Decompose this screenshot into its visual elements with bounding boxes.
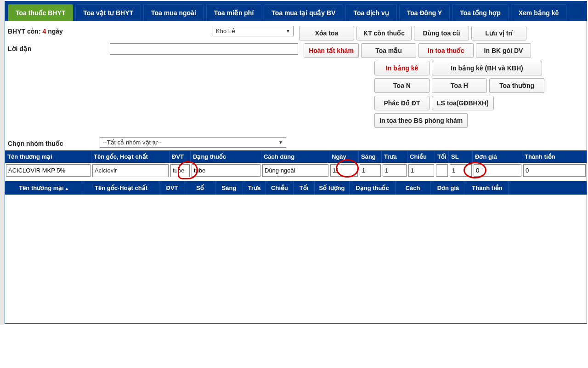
tab-7[interactable]: Toa tổng hợp <box>452 4 509 21</box>
grid-header-row: Tên thương mại▲ Tên gốc-Hoạt chất ĐVT Số… <box>5 181 587 195</box>
sort-asc-icon: ▲ <box>65 186 69 191</box>
tab-6[interactable]: Toa Đông Y <box>399 4 450 21</box>
gh-sl[interactable]: Số lượng <box>315 181 350 195</box>
input-sl[interactable] <box>450 164 472 177</box>
row4-btn-2[interactable]: Toa thường <box>489 78 544 93</box>
row2-btn-0[interactable]: Hoàn tất khám <box>304 43 359 58</box>
entry-header-row: Tên thương mại Tên gốc, Hoạt chất ĐVT Dạ… <box>5 150 587 163</box>
row1-btn-2[interactable]: Dùng toa cũ <box>414 26 469 40</box>
col-chieu: Chiều <box>407 150 435 163</box>
row1-btn-3[interactable]: Lưu vị trí <box>471 26 526 40</box>
gh-ten-tm[interactable]: Tên thương mại▲ <box>5 181 83 195</box>
row2-btn-2[interactable]: In toa thuốc <box>418 43 474 58</box>
col-ten-goc: Tên gốc, Hoạt chất <box>91 150 170 163</box>
gh-toi[interactable]: Tối <box>294 181 315 195</box>
input-toi[interactable] <box>436 164 448 177</box>
gh-cach[interactable]: Cách <box>396 181 430 195</box>
tab-0[interactable]: Toa thuốc BHYT <box>8 4 73 21</box>
chevron-down-icon: ▼ <box>278 140 283 145</box>
group-label: Chọn nhóm thuốc <box>8 138 90 147</box>
col-dongia: Đơn giá <box>473 150 522 163</box>
gh-chieu[interactable]: Chiều <box>266 181 294 195</box>
loi-dan-label: Lời dặn <box>8 43 58 52</box>
entry-row: Aciclovir tube <box>5 163 587 181</box>
gh-dongia[interactable]: Đơn giá <box>430 181 466 195</box>
input-dang[interactable] <box>192 164 260 177</box>
tab-5[interactable]: Toa dịch vụ <box>345 4 396 21</box>
row3-btn-1[interactable]: In bảng kê (BH và KBH) <box>432 61 542 75</box>
val-dvt: tube <box>170 164 190 177</box>
row5-btn-0[interactable]: Phác Đồ ĐT <box>374 96 430 110</box>
row2-btn-1[interactable]: Toa mẫu <box>361 43 416 58</box>
row1-btn-1[interactable]: KT còn thuốc <box>356 26 412 40</box>
col-dvt: ĐVT <box>170 150 191 163</box>
gh-dang[interactable]: Dạng thuốc <box>350 181 396 195</box>
gh-trua[interactable]: Trưa <box>243 181 266 195</box>
gh-ten-goc[interactable]: Tên gốc-Hoạt chất <box>83 181 159 195</box>
gh-thanhtien[interactable]: Thành tiền <box>466 181 509 195</box>
tab-3[interactable]: Toa miễn phí <box>206 4 262 21</box>
tab-1[interactable]: Toa vật tư BHYT <box>75 4 141 21</box>
row6-btn-0[interactable]: In toa theo BS phòng khám <box>374 113 468 128</box>
col-trua: Trưa <box>382 150 407 163</box>
input-thanhtien[interactable] <box>523 164 586 177</box>
row3-btn-0[interactable]: In bảng kê <box>374 61 430 75</box>
col-toi: Tối <box>435 150 449 163</box>
loi-dan-input[interactable] <box>110 43 298 55</box>
input-sang[interactable] <box>360 164 381 177</box>
row4-btn-0[interactable]: Toa N <box>374 78 430 93</box>
input-cach[interactable] <box>262 164 328 177</box>
col-cach: Cách dùng <box>261 150 329 163</box>
col-thanhtien: Thành tiền <box>522 150 587 163</box>
group-select[interactable]: --Tất cả nhóm vật tư--▼ <box>100 137 286 148</box>
row1-btn-0[interactable]: Xóa toa <box>299 26 354 40</box>
tab-2[interactable]: Toa mua ngoài <box>143 4 204 21</box>
gh-so[interactable]: Số <box>185 181 215 195</box>
gh-dvt[interactable]: ĐVT <box>159 181 185 195</box>
tab-bar: Toa thuốc BHYTToa vật tư BHYTToa mua ngo… <box>5 1 587 21</box>
col-ngay: Ngày <box>329 150 359 163</box>
gh-sang[interactable]: Sáng <box>215 181 243 195</box>
val-ten-goc: Aciclovir <box>92 164 169 177</box>
tab-8[interactable]: Xem bảng kê <box>511 4 567 21</box>
kho-select[interactable]: Kho Lẻ▼ <box>213 26 294 36</box>
col-ten-tm: Tên thương mại <box>5 150 91 163</box>
col-dang: Dạng thuốc <box>191 150 261 163</box>
col-sl: SL <box>449 150 473 163</box>
gh-last <box>509 181 587 195</box>
chevron-down-icon: ▼ <box>286 29 290 34</box>
input-dongia[interactable] <box>474 164 521 177</box>
row2-btn-3[interactable]: In BK gói DV <box>476 43 531 58</box>
col-sang: Sáng <box>359 150 382 163</box>
tab-4[interactable]: Toa mua tại quầy BV <box>264 4 343 21</box>
input-ten-tm[interactable] <box>6 164 90 177</box>
input-trua[interactable] <box>383 164 407 177</box>
input-ngay[interactable] <box>330 164 358 177</box>
row5-btn-1[interactable]: LS toa(GĐBHXH) <box>432 96 494 110</box>
input-chieu[interactable] <box>408 164 434 177</box>
row4-btn-1[interactable]: Toa H <box>432 78 487 93</box>
grid-body-empty <box>5 195 587 323</box>
bhyt-label: BHYT còn: 4 ngày <box>8 26 100 35</box>
